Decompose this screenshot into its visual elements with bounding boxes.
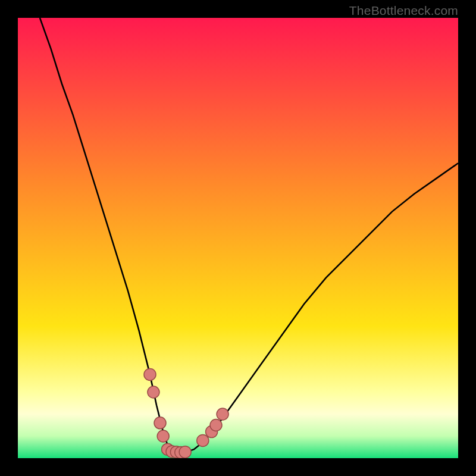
bottleneck-curve <box>18 18 458 458</box>
data-point <box>157 430 169 442</box>
data-point <box>144 368 156 380</box>
data-point <box>154 417 166 429</box>
data-point <box>197 434 209 446</box>
data-point <box>179 446 191 458</box>
watermark-text: TheBottleneck.com <box>349 4 458 18</box>
plot-area <box>18 18 458 458</box>
data-point <box>217 408 228 420</box>
chart-frame: TheBottleneck.com <box>0 0 476 476</box>
data-point <box>210 419 222 431</box>
data-point <box>148 386 159 398</box>
